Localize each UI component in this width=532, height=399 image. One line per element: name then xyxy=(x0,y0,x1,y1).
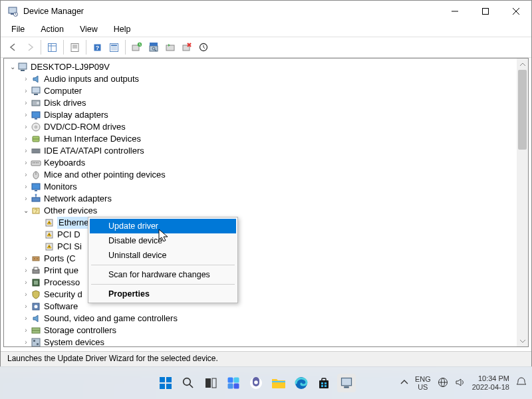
audio-icon xyxy=(31,74,41,84)
clock[interactable]: 10:34 PM 2022-04-18 xyxy=(472,374,509,392)
tree-category[interactable]: ›Storage controllers xyxy=(7,325,528,336)
task-view-icon[interactable] xyxy=(201,374,220,392)
chevron-right-icon[interactable]: › xyxy=(21,253,31,265)
tree-category[interactable]: ›Software xyxy=(7,301,528,313)
chevron-right-icon[interactable]: › xyxy=(21,97,31,109)
chevron-right-icon[interactable]: › xyxy=(21,289,31,301)
svg-point-76 xyxy=(35,305,38,309)
tree-category[interactable]: ›Keyboards xyxy=(7,157,528,169)
chevron-right-icon[interactable]: › xyxy=(21,121,31,133)
scroll-thumb[interactable] xyxy=(518,70,527,150)
tree-category[interactable]: ›Disk drives xyxy=(7,97,528,109)
scrollbar[interactable] xyxy=(517,59,528,346)
chevron-right-icon[interactable]: › xyxy=(21,301,31,313)
tree-category[interactable]: ›Audio inputs and outputs xyxy=(7,73,528,85)
disable-button[interactable] xyxy=(195,39,211,56)
chevron-right-icon[interactable]: › xyxy=(21,145,31,157)
ctx-scan[interactable]: Scan for hardware changes xyxy=(90,267,236,282)
chevron-right-icon[interactable]: › xyxy=(21,133,31,145)
tree-category[interactable]: ›Computer xyxy=(7,85,528,97)
printer-icon xyxy=(31,265,41,276)
chevron-right-icon[interactable]: › xyxy=(21,157,31,169)
device-tree[interactable]: ⌄ DESKTOP-LJ9P09V ›Audio inputs and outp… xyxy=(3,58,529,347)
enable-button[interactable] xyxy=(162,39,178,56)
widgets-icon[interactable] xyxy=(224,374,243,392)
forward-button[interactable] xyxy=(21,39,38,56)
network-icon xyxy=(31,194,41,204)
taskbar[interactable]: ENG US 10:34 PM 2022-04-18 xyxy=(0,366,532,399)
taskbar-system-tray[interactable]: ENG US 10:34 PM 2022-04-18 xyxy=(400,374,527,392)
tree-category[interactable]: ›Sound, video and game controllers xyxy=(7,313,528,325)
maximize-button[interactable] xyxy=(470,1,501,22)
port-icon xyxy=(31,253,41,264)
tree-category[interactable]: ›Print que xyxy=(7,265,528,277)
monitor-icon xyxy=(31,182,41,192)
device-manager-taskbar-icon[interactable] xyxy=(337,374,356,392)
chevron-right-icon[interactable]: › xyxy=(21,169,31,181)
action-button[interactable] xyxy=(106,39,122,56)
tree-category[interactable]: ›Network adapters xyxy=(7,193,528,205)
title-bar[interactable]: Device Manager xyxy=(1,1,531,22)
tree-device-ethernet[interactable]: Ethernet Controller xyxy=(7,217,528,229)
update-driver-button[interactable] xyxy=(128,39,145,56)
svg-point-39 xyxy=(35,126,37,128)
chevron-right-icon[interactable]: › xyxy=(21,336,31,347)
tree-category[interactable]: ›System devices xyxy=(7,336,528,347)
minimize-button[interactable] xyxy=(440,1,470,22)
chevron-down-icon[interactable]: ⌄ xyxy=(21,205,31,217)
chat-icon[interactable] xyxy=(247,374,265,392)
tree-category[interactable]: ›Monitors xyxy=(7,181,528,193)
menu-view[interactable]: View xyxy=(76,23,102,35)
tree-category[interactable]: ›Display adapters xyxy=(7,109,528,121)
menu-help[interactable]: Help xyxy=(110,23,135,35)
svg-text:?: ? xyxy=(34,207,37,214)
chevron-right-icon[interactable]: › xyxy=(21,265,31,277)
notifications-icon[interactable] xyxy=(516,377,527,389)
tree-category[interactable]: ›Ports (C xyxy=(7,253,528,265)
start-button[interactable] xyxy=(156,374,175,392)
uninstall-button[interactable] xyxy=(178,39,195,56)
tree-category[interactable]: ›DVD/CD-ROM drives xyxy=(7,121,528,133)
tree-category[interactable]: ›Mice and other pointing devices xyxy=(7,169,528,181)
network-icon[interactable] xyxy=(438,377,448,389)
chevron-right-icon[interactable]: › xyxy=(21,277,31,289)
menu-action[interactable]: Action xyxy=(37,23,68,35)
tree-category-other[interactable]: ⌄ ? Other devices xyxy=(7,205,528,217)
chevron-down-icon[interactable]: ⌄ xyxy=(8,61,17,73)
language-indicator[interactable]: ENG US xyxy=(415,375,431,391)
chevron-right-icon[interactable]: › xyxy=(21,193,31,205)
ctx-uninstall-device[interactable]: Uninstall device xyxy=(90,248,236,263)
store-icon[interactable] xyxy=(315,374,333,392)
close-button[interactable] xyxy=(501,1,531,22)
ctx-properties[interactable]: Properties xyxy=(90,287,236,301)
tree-category[interactable]: ›Security d xyxy=(7,289,528,301)
scan-button[interactable] xyxy=(145,39,162,56)
search-icon[interactable] xyxy=(179,374,198,392)
tree-category[interactable]: ›Processo xyxy=(7,277,528,289)
tree-category[interactable]: ›Human Interface Devices xyxy=(7,133,528,145)
audio-icon xyxy=(31,313,41,324)
tree-device-pci1[interactable]: PCI D xyxy=(7,229,528,241)
ctx-disable-device[interactable]: Disable device xyxy=(90,233,236,248)
back-button[interactable] xyxy=(5,39,21,56)
explorer-icon[interactable] xyxy=(269,374,288,392)
volume-icon[interactable] xyxy=(455,377,466,389)
scroll-down-button[interactable] xyxy=(517,335,528,346)
help-button[interactable]: ? xyxy=(89,39,106,56)
chevron-right-icon[interactable]: › xyxy=(21,73,31,85)
properties-button[interactable] xyxy=(66,39,83,56)
chevron-right-icon[interactable]: › xyxy=(21,109,31,121)
tree-device-pci2[interactable]: PCI Si xyxy=(7,241,528,253)
tray-chevron-icon[interactable] xyxy=(400,378,408,388)
scroll-up-button[interactable] xyxy=(517,59,528,70)
tree-category[interactable]: ›IDE ATA/ATAPI controllers xyxy=(7,145,528,157)
edge-icon[interactable] xyxy=(292,374,311,392)
tree-root[interactable]: ⌄ DESKTOP-LJ9P09V xyxy=(7,61,528,73)
ctx-update-driver[interactable]: Update driver xyxy=(90,219,236,233)
chevron-right-icon[interactable]: › xyxy=(21,325,31,336)
chevron-right-icon[interactable]: › xyxy=(21,85,31,97)
chevron-right-icon[interactable]: › xyxy=(21,181,31,193)
chevron-right-icon[interactable]: › xyxy=(21,313,31,325)
menu-file[interactable]: File xyxy=(7,23,29,35)
show-hide-tree-button[interactable] xyxy=(44,39,61,56)
